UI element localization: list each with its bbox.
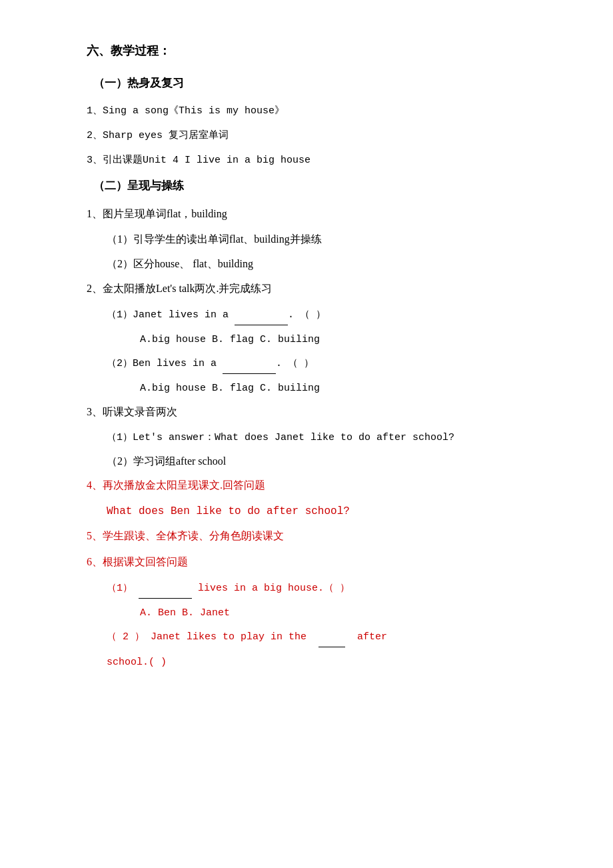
part-two-item6-q2-line2: school.( ) <box>107 653 560 673</box>
part-two-item2-q1-options: A.big house B. flag C. builing <box>140 331 560 349</box>
part-two-item1-sub2: （2）区分house、 flat、building <box>107 255 560 274</box>
part-one-title: （一）热身及复习 <box>93 73 560 94</box>
part-one-item-1: 1、Sing a song《This is my house》 <box>87 102 560 120</box>
q2-paren: （ ） <box>288 358 314 369</box>
q6-2-text: （ 2 ） Janet likes to play in the <box>107 631 306 643</box>
part-two-item6-q1-options: A. Ben B. Janet <box>140 604 560 622</box>
q2-text: （2）Ben lives in a <box>107 358 217 369</box>
q6-1-rest: lives in a big house.（ ） <box>198 583 350 594</box>
q6-1-text: （1） <box>107 583 133 594</box>
part-two-item2-q2-options: A.big house B. flag C. builing <box>140 379 560 397</box>
part-one-item-2: 2、Sharp eyes 复习居室单词 <box>87 127 560 145</box>
document-body: 六、教学过程： （一）热身及复习 1、Sing a song《This is m… <box>87 40 560 673</box>
part-two-title: （二）呈现与操练 <box>93 176 560 197</box>
part-two-item5-label: 5、学生跟读、全体齐读、分角色朗读课文 <box>87 527 560 546</box>
part-two-item6-label: 6、根据课文回答问题 <box>87 553 560 572</box>
q1-text: （1）Janet lives in a <box>107 309 229 321</box>
part-two-item2-label: 2、金太阳播放Let's talk两次.并完成练习 <box>87 279 560 299</box>
q2-dot: . <box>276 358 288 369</box>
part-two-item6-q2: （ 2 ） Janet likes to play in the after <box>107 627 560 647</box>
part-two-item3-label: 3、听课文录音两次 <box>87 403 560 422</box>
part-two-item3-sub1: （1）Let's answer：What does Janet like to … <box>107 429 560 447</box>
q1-paren: （ ） <box>300 309 326 321</box>
q1-dot: . <box>288 309 300 321</box>
q6-1-blank <box>139 587 192 599</box>
part-two-item4-label: 4、再次播放金太阳呈现课文.回答问题 <box>87 476 560 495</box>
part-two-item2-q2: （2）Ben lives in a . （ ） <box>107 354 560 374</box>
q1-blank <box>235 313 288 325</box>
part-two-item2-q1: （1）Janet lives in a . （ ） <box>107 305 560 325</box>
part-two-item6-q1: （1） lives in a big house.（ ） <box>107 579 560 599</box>
part-one-item-3: 3、引出课题Unit 4 I live in a big house <box>87 151 560 169</box>
part-two-item1-sub1: （1）引导学生的读出单词flat、building并操练 <box>107 230 560 249</box>
part-two-item3-sub2: （2）学习词组after school <box>107 452 560 471</box>
section-title: 六、教学过程： <box>87 40 560 61</box>
part-two-item4-sub: What does Ben like to do after school? <box>107 502 560 521</box>
q2-blank <box>223 362 276 374</box>
part-two-item1-label: 1、图片呈现单词flat，building <box>87 205 560 224</box>
q6-2-blank <box>318 635 345 647</box>
q6-2-after: after <box>357 631 387 643</box>
